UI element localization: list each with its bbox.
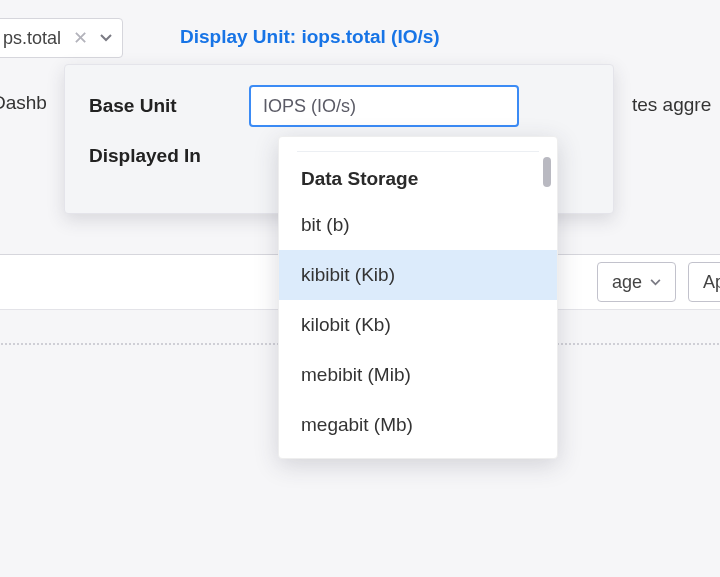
close-icon[interactable]: ✕ bbox=[73, 27, 88, 49]
toolbar-button-label: age bbox=[612, 272, 642, 293]
base-unit-input[interactable] bbox=[249, 85, 519, 127]
background-text-right: tes aggre bbox=[632, 94, 711, 116]
dropdown-divider bbox=[297, 151, 539, 152]
scrollbar-thumb[interactable] bbox=[543, 157, 551, 187]
chevron-down-icon bbox=[650, 279, 661, 286]
unit-dropdown[interactable]: Data Storage bit (b)kibibit (Kib)kilobit… bbox=[278, 136, 558, 459]
metric-tag-pill[interactable]: ps.total ✕ bbox=[0, 18, 123, 58]
dropdown-item[interactable]: mebibit (Mib) bbox=[279, 350, 557, 400]
base-unit-label: Base Unit bbox=[89, 95, 249, 117]
toolbar-dropdown-button[interactable]: age bbox=[597, 262, 676, 302]
toolbar-right-group: age Ap bbox=[597, 262, 720, 302]
metric-tag-text: ps.total bbox=[3, 28, 61, 49]
base-unit-input-wrap bbox=[249, 85, 589, 127]
background-text-left: Dashb bbox=[0, 92, 47, 114]
unit-dropdown-inner: Data Storage bit (b)kibibit (Kib)kilobit… bbox=[279, 137, 557, 450]
toolbar-button-label: Ap bbox=[703, 272, 720, 293]
base-unit-row: Base Unit bbox=[89, 85, 589, 127]
dropdown-group-header: Data Storage bbox=[279, 158, 557, 200]
dropdown-item[interactable]: kibibit (Kib) bbox=[279, 250, 557, 300]
dropdown-item[interactable]: kilobit (Kb) bbox=[279, 300, 557, 350]
dropdown-item[interactable]: megabit (Mb) bbox=[279, 400, 557, 450]
display-unit-link[interactable]: Display Unit: iops.total (IO/s) bbox=[180, 26, 440, 48]
toolbar-button[interactable]: Ap bbox=[688, 262, 720, 302]
chevron-down-icon[interactable] bbox=[100, 34, 112, 42]
displayed-in-label: Displayed In bbox=[89, 145, 249, 167]
dropdown-item[interactable]: bit (b) bbox=[279, 200, 557, 250]
